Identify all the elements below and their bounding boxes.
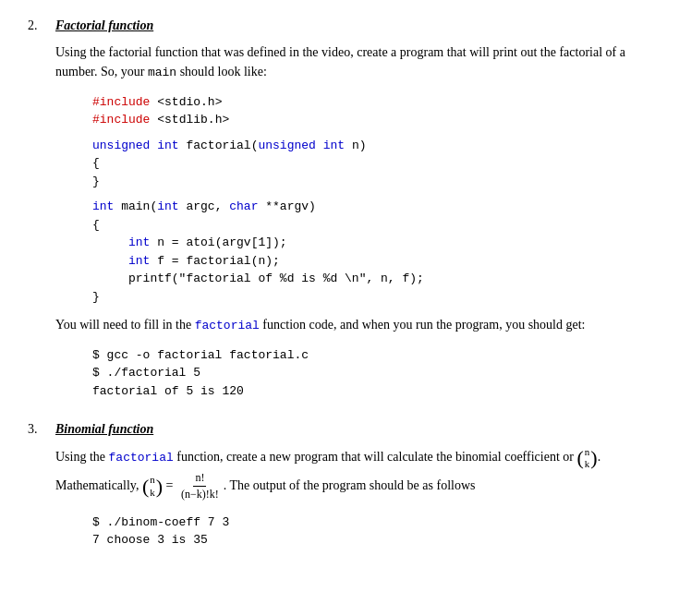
section-2-title: Factorial function xyxy=(55,18,153,33)
section-3: 3. Binomial function Using the factorial… xyxy=(28,422,651,550)
code-line-8: int n = atoi(argv[1]); xyxy=(92,234,651,252)
section-2-desc1: Using the factorial function that was de… xyxy=(55,42,651,82)
code-line-4: { xyxy=(92,154,651,173)
section-2-body: Using the factorial function that was de… xyxy=(55,42,651,400)
desc2-text1: You will need to fill in the xyxy=(55,318,195,332)
section-2-number: 2. xyxy=(28,18,55,33)
binom-cmd-1: $ ./binom-coeff 7 3 xyxy=(92,513,651,532)
binom-nk: nk xyxy=(585,446,590,470)
binom-left-paren: ( xyxy=(576,448,583,468)
binom2-left-paren: ( xyxy=(142,477,149,497)
desc2-text2: function code, and when you run the prog… xyxy=(260,318,586,332)
desc1-text2: should look like: xyxy=(176,65,267,79)
page-content: 2. Factorial function Using the factoria… xyxy=(28,18,651,550)
empty-line-2 xyxy=(92,190,651,198)
empty-line-1 xyxy=(92,129,651,137)
section-3-title: Binomial function xyxy=(55,422,153,437)
binom-k: k xyxy=(585,458,590,470)
section-3-number: 3. xyxy=(28,422,55,437)
sec3-inline-factorial: factorial xyxy=(109,451,174,465)
section-3-body: Using the factorial function, create a n… xyxy=(55,446,651,550)
code-line-2: #include <stdlib.h> xyxy=(92,111,651,129)
desc1-inline-code-main: main xyxy=(148,66,176,79)
section-3-desc1: Using the factorial function, create a n… xyxy=(55,446,651,502)
fraction-element: n!(n−k)!k! xyxy=(179,470,221,502)
code-line-10: printf("factorial of %d is %d \n", n, f)… xyxy=(92,270,651,288)
desc2-inline-code-factorial: factorial xyxy=(195,319,260,332)
sec3-fraction: n!(n−k)!k! xyxy=(176,470,224,502)
section-2-desc2: You will need to fill in the factorial f… xyxy=(55,315,651,335)
binom-n: n xyxy=(585,446,590,458)
sec3-text2: function, create a new program that will… xyxy=(174,450,577,464)
section-2-code-block-1: #include <stdio.h> #include <stdlib.h> u… xyxy=(92,93,651,307)
fraction-denominator: (n−k)!k! xyxy=(179,487,221,502)
code-line-1: #include <stdio.h> xyxy=(92,93,651,112)
binom2-n: n xyxy=(150,474,155,486)
binom-cmd-2: 7 choose 3 is 35 xyxy=(92,531,651,550)
code-line-7: { xyxy=(92,216,651,235)
code-line-11: } xyxy=(92,288,651,307)
sec3-binom-notation-2: (nk) xyxy=(142,474,163,498)
section-2-code-block-2: $ gcc -o factorial factorial.c $ ./facto… xyxy=(92,346,651,401)
sec3-text4: . The output of the program should be as… xyxy=(224,478,476,492)
sec3-equals: = xyxy=(163,478,176,492)
code-line-3: unsigned int factorial(unsigned int n) xyxy=(92,137,651,155)
code-line-5: } xyxy=(92,173,651,191)
code-line-9: int f = factorial(n); xyxy=(92,252,651,271)
section-3-code-block: $ ./binom-coeff 7 3 7 choose 3 is 35 xyxy=(92,513,651,550)
fraction-numerator: n! xyxy=(193,470,206,487)
binom2-nk: nk xyxy=(150,474,155,498)
binom-right-paren: ) xyxy=(590,448,597,468)
cmd-line-2: $ ./factorial 5 xyxy=(92,364,651,382)
desc1-text1: Using the factorial function that was de… xyxy=(55,45,625,79)
sec3-text1: Using the xyxy=(55,450,109,464)
cmd-line-3: factorial of 5 is 120 xyxy=(92,382,651,401)
sec3-binom-notation: (nk) xyxy=(576,446,597,470)
section-2-header: 2. Factorial function xyxy=(28,18,651,33)
binom2-k: k xyxy=(150,487,155,499)
section-3-header: 3. Binomial function xyxy=(28,422,651,437)
code-line-6: int main(int argc, char **argv) xyxy=(92,198,651,216)
binom2-right-paren: ) xyxy=(156,477,163,497)
section-2: 2. Factorial function Using the factoria… xyxy=(28,18,651,400)
cmd-line-1: $ gcc -o factorial factorial.c xyxy=(92,346,651,365)
